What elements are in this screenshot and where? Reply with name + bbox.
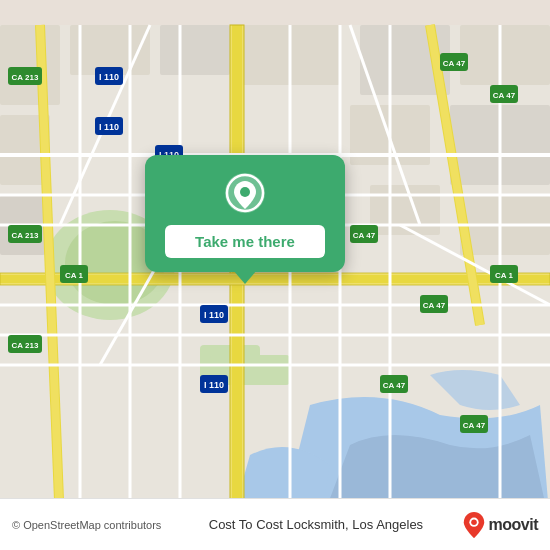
map-container: I 110 I 110 I 110 I 110 I 110 CA 213 CA … (0, 0, 550, 550)
moovit-logo: moovit (463, 512, 538, 538)
svg-text:CA 213: CA 213 (12, 341, 39, 350)
svg-rect-5 (0, 25, 60, 105)
svg-text:CA 47: CA 47 (383, 381, 406, 390)
location-popup: Take me there (145, 155, 345, 272)
svg-text:CA 213: CA 213 (12, 73, 39, 82)
map-background: I 110 I 110 I 110 I 110 I 110 CA 213 CA … (0, 0, 550, 550)
svg-point-79 (240, 187, 250, 197)
svg-text:CA 1: CA 1 (495, 271, 513, 280)
svg-rect-10 (460, 25, 550, 85)
svg-point-81 (471, 519, 477, 525)
svg-text:I 110: I 110 (99, 122, 119, 132)
take-me-there-button[interactable]: Take me there (165, 225, 325, 258)
svg-text:CA 1: CA 1 (65, 271, 83, 280)
svg-text:CA 47: CA 47 (493, 91, 516, 100)
copyright-text: © OpenStreetMap contributors (12, 519, 161, 531)
bottom-bar: © OpenStreetMap contributors Cost To Cos… (0, 498, 550, 550)
svg-text:CA 47: CA 47 (443, 59, 466, 68)
moovit-logo-text: moovit (489, 516, 538, 534)
svg-text:CA 47: CA 47 (353, 231, 376, 240)
svg-rect-7 (160, 25, 230, 75)
svg-text:I 110: I 110 (204, 380, 224, 390)
svg-text:I 110: I 110 (99, 72, 119, 82)
location-name: Cost To Cost Locksmith, Los Angeles (169, 517, 462, 532)
svg-text:CA 47: CA 47 (463, 421, 486, 430)
location-pin-icon (223, 171, 267, 215)
svg-text:I 110: I 110 (204, 310, 224, 320)
svg-text:CA 213: CA 213 (12, 231, 39, 240)
svg-text:CA 47: CA 47 (423, 301, 446, 310)
moovit-logo-icon (463, 512, 485, 538)
